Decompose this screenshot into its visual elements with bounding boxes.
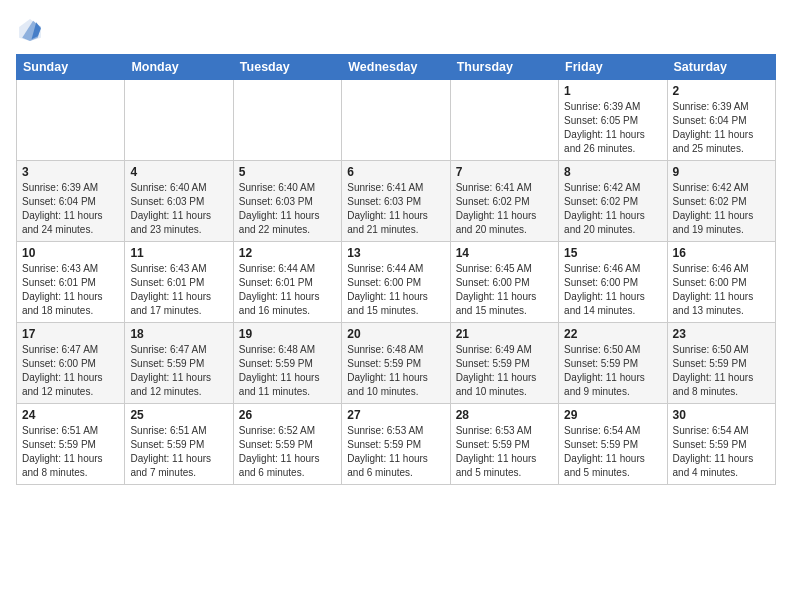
calendar-cell: 9Sunrise: 6:42 AM Sunset: 6:02 PM Daylig… [667, 161, 775, 242]
day-info: Sunrise: 6:53 AM Sunset: 5:59 PM Dayligh… [456, 424, 553, 480]
day-number: 22 [564, 327, 661, 341]
calendar-cell: 26Sunrise: 6:52 AM Sunset: 5:59 PM Dayli… [233, 404, 341, 485]
day-number: 15 [564, 246, 661, 260]
day-info: Sunrise: 6:39 AM Sunset: 6:04 PM Dayligh… [22, 181, 119, 237]
day-info: Sunrise: 6:41 AM Sunset: 6:02 PM Dayligh… [456, 181, 553, 237]
day-info: Sunrise: 6:48 AM Sunset: 5:59 PM Dayligh… [239, 343, 336, 399]
calendar-cell [125, 80, 233, 161]
day-number: 23 [673, 327, 770, 341]
calendar-header-row: SundayMondayTuesdayWednesdayThursdayFrid… [17, 55, 776, 80]
day-info: Sunrise: 6:46 AM Sunset: 6:00 PM Dayligh… [673, 262, 770, 318]
calendar-cell: 8Sunrise: 6:42 AM Sunset: 6:02 PM Daylig… [559, 161, 667, 242]
calendar-cell: 20Sunrise: 6:48 AM Sunset: 5:59 PM Dayli… [342, 323, 450, 404]
day-number: 11 [130, 246, 227, 260]
calendar-cell: 3Sunrise: 6:39 AM Sunset: 6:04 PM Daylig… [17, 161, 125, 242]
day-info: Sunrise: 6:44 AM Sunset: 6:01 PM Dayligh… [239, 262, 336, 318]
day-info: Sunrise: 6:43 AM Sunset: 6:01 PM Dayligh… [22, 262, 119, 318]
day-number: 1 [564, 84, 661, 98]
day-number: 4 [130, 165, 227, 179]
calendar-cell: 24Sunrise: 6:51 AM Sunset: 5:59 PM Dayli… [17, 404, 125, 485]
calendar-header-saturday: Saturday [667, 55, 775, 80]
calendar-cell: 10Sunrise: 6:43 AM Sunset: 6:01 PM Dayli… [17, 242, 125, 323]
page: SundayMondayTuesdayWednesdayThursdayFrid… [0, 0, 792, 612]
calendar-header-monday: Monday [125, 55, 233, 80]
day-number: 3 [22, 165, 119, 179]
calendar-cell: 18Sunrise: 6:47 AM Sunset: 5:59 PM Dayli… [125, 323, 233, 404]
calendar-cell: 28Sunrise: 6:53 AM Sunset: 5:59 PM Dayli… [450, 404, 558, 485]
day-number: 25 [130, 408, 227, 422]
calendar-header-sunday: Sunday [17, 55, 125, 80]
calendar-cell: 2Sunrise: 6:39 AM Sunset: 6:04 PM Daylig… [667, 80, 775, 161]
day-number: 12 [239, 246, 336, 260]
calendar-cell: 7Sunrise: 6:41 AM Sunset: 6:02 PM Daylig… [450, 161, 558, 242]
day-info: Sunrise: 6:43 AM Sunset: 6:01 PM Dayligh… [130, 262, 227, 318]
calendar-cell: 23Sunrise: 6:50 AM Sunset: 5:59 PM Dayli… [667, 323, 775, 404]
day-info: Sunrise: 6:42 AM Sunset: 6:02 PM Dayligh… [673, 181, 770, 237]
calendar-cell [342, 80, 450, 161]
day-number: 6 [347, 165, 444, 179]
day-number: 18 [130, 327, 227, 341]
day-info: Sunrise: 6:54 AM Sunset: 5:59 PM Dayligh… [673, 424, 770, 480]
calendar-cell: 25Sunrise: 6:51 AM Sunset: 5:59 PM Dayli… [125, 404, 233, 485]
logo [16, 16, 48, 44]
calendar-header-thursday: Thursday [450, 55, 558, 80]
day-number: 8 [564, 165, 661, 179]
calendar-cell: 15Sunrise: 6:46 AM Sunset: 6:00 PM Dayli… [559, 242, 667, 323]
day-number: 20 [347, 327, 444, 341]
day-number: 24 [22, 408, 119, 422]
calendar-cell: 11Sunrise: 6:43 AM Sunset: 6:01 PM Dayli… [125, 242, 233, 323]
day-info: Sunrise: 6:41 AM Sunset: 6:03 PM Dayligh… [347, 181, 444, 237]
day-number: 7 [456, 165, 553, 179]
day-info: Sunrise: 6:50 AM Sunset: 5:59 PM Dayligh… [564, 343, 661, 399]
calendar-header-tuesday: Tuesday [233, 55, 341, 80]
day-info: Sunrise: 6:42 AM Sunset: 6:02 PM Dayligh… [564, 181, 661, 237]
calendar-week-3: 10Sunrise: 6:43 AM Sunset: 6:01 PM Dayli… [17, 242, 776, 323]
calendar-header-friday: Friday [559, 55, 667, 80]
calendar-cell: 22Sunrise: 6:50 AM Sunset: 5:59 PM Dayli… [559, 323, 667, 404]
day-info: Sunrise: 6:52 AM Sunset: 5:59 PM Dayligh… [239, 424, 336, 480]
day-info: Sunrise: 6:44 AM Sunset: 6:00 PM Dayligh… [347, 262, 444, 318]
day-number: 13 [347, 246, 444, 260]
day-info: Sunrise: 6:39 AM Sunset: 6:04 PM Dayligh… [673, 100, 770, 156]
day-info: Sunrise: 6:45 AM Sunset: 6:00 PM Dayligh… [456, 262, 553, 318]
calendar-cell: 12Sunrise: 6:44 AM Sunset: 6:01 PM Dayli… [233, 242, 341, 323]
calendar-cell: 29Sunrise: 6:54 AM Sunset: 5:59 PM Dayli… [559, 404, 667, 485]
calendar-week-1: 1Sunrise: 6:39 AM Sunset: 6:05 PM Daylig… [17, 80, 776, 161]
day-info: Sunrise: 6:47 AM Sunset: 5:59 PM Dayligh… [130, 343, 227, 399]
day-number: 30 [673, 408, 770, 422]
day-info: Sunrise: 6:54 AM Sunset: 5:59 PM Dayligh… [564, 424, 661, 480]
day-number: 10 [22, 246, 119, 260]
day-info: Sunrise: 6:51 AM Sunset: 5:59 PM Dayligh… [22, 424, 119, 480]
generalblue-logo-icon [16, 16, 44, 44]
day-info: Sunrise: 6:39 AM Sunset: 6:05 PM Dayligh… [564, 100, 661, 156]
day-number: 21 [456, 327, 553, 341]
day-info: Sunrise: 6:47 AM Sunset: 6:00 PM Dayligh… [22, 343, 119, 399]
day-info: Sunrise: 6:49 AM Sunset: 5:59 PM Dayligh… [456, 343, 553, 399]
calendar-cell [450, 80, 558, 161]
calendar-cell [17, 80, 125, 161]
day-info: Sunrise: 6:53 AM Sunset: 5:59 PM Dayligh… [347, 424, 444, 480]
calendar-cell: 16Sunrise: 6:46 AM Sunset: 6:00 PM Dayli… [667, 242, 775, 323]
day-info: Sunrise: 6:48 AM Sunset: 5:59 PM Dayligh… [347, 343, 444, 399]
calendar-cell: 4Sunrise: 6:40 AM Sunset: 6:03 PM Daylig… [125, 161, 233, 242]
calendar-table: SundayMondayTuesdayWednesdayThursdayFrid… [16, 54, 776, 485]
calendar-week-5: 24Sunrise: 6:51 AM Sunset: 5:59 PM Dayli… [17, 404, 776, 485]
calendar-cell: 27Sunrise: 6:53 AM Sunset: 5:59 PM Dayli… [342, 404, 450, 485]
calendar-cell: 21Sunrise: 6:49 AM Sunset: 5:59 PM Dayli… [450, 323, 558, 404]
calendar-cell: 6Sunrise: 6:41 AM Sunset: 6:03 PM Daylig… [342, 161, 450, 242]
calendar-cell: 5Sunrise: 6:40 AM Sunset: 6:03 PM Daylig… [233, 161, 341, 242]
day-number: 17 [22, 327, 119, 341]
calendar-cell [233, 80, 341, 161]
day-info: Sunrise: 6:50 AM Sunset: 5:59 PM Dayligh… [673, 343, 770, 399]
day-number: 27 [347, 408, 444, 422]
day-info: Sunrise: 6:46 AM Sunset: 6:00 PM Dayligh… [564, 262, 661, 318]
calendar-cell: 13Sunrise: 6:44 AM Sunset: 6:00 PM Dayli… [342, 242, 450, 323]
calendar-cell: 30Sunrise: 6:54 AM Sunset: 5:59 PM Dayli… [667, 404, 775, 485]
day-info: Sunrise: 6:40 AM Sunset: 6:03 PM Dayligh… [130, 181, 227, 237]
calendar-cell: 19Sunrise: 6:48 AM Sunset: 5:59 PM Dayli… [233, 323, 341, 404]
header [16, 16, 776, 44]
day-info: Sunrise: 6:40 AM Sunset: 6:03 PM Dayligh… [239, 181, 336, 237]
day-number: 26 [239, 408, 336, 422]
day-number: 2 [673, 84, 770, 98]
calendar-week-4: 17Sunrise: 6:47 AM Sunset: 6:00 PM Dayli… [17, 323, 776, 404]
